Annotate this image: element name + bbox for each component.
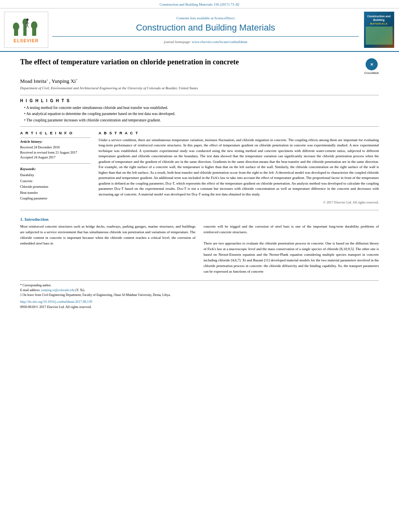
journal-citation: Construction and Building Materials 156 … xyxy=(0,0,399,8)
crossmark-icon[interactable]: ✕ xyxy=(366,58,378,70)
copyright: © 2017 Elsevier Ltd. All rights reserved… xyxy=(99,200,379,204)
svg-point-6 xyxy=(26,18,29,21)
article-title: The effect of temperature variation on c… xyxy=(20,58,360,67)
header-center: Contents lists available at ScienceDirec… xyxy=(48,12,363,48)
authors-line: Moad Isteita1 , Yunping Xi* xyxy=(20,78,379,84)
keyword-1: Durability xyxy=(20,172,90,178)
intro-body-columns: Most reinforced concrete structures such… xyxy=(20,224,379,274)
accepted-date: Accepted 24 August 2017 xyxy=(20,155,90,160)
page-container: Construction and Building Materials 156 … xyxy=(0,0,399,315)
keyword-3: Chloride penetration xyxy=(20,184,90,189)
abstract-title: A B S T R A C T xyxy=(99,131,379,135)
citation-text: Construction and Building Materials 156 … xyxy=(160,2,239,6)
svg-rect-2 xyxy=(23,25,27,36)
footnotes: * Corresponding author. E-mail address: … xyxy=(20,280,379,310)
section-number: 1. xyxy=(20,217,23,222)
doi-link[interactable]: http://dx.doi.org/10.1016/j.conbuildmat.… xyxy=(20,299,379,304)
info-abstract-columns: A R T I C L E I N F O Article history: R… xyxy=(20,131,379,205)
keyword-4: Heat transfer xyxy=(20,190,90,195)
intro-col-2: concrete will be trigged and the corrosi… xyxy=(204,224,379,274)
issn-line: 0950-0618/© 2017 Elsevier Ltd. All right… xyxy=(20,304,379,310)
author2-name: , Yunping Xi xyxy=(49,78,76,84)
email-label: E-mail address: xyxy=(20,288,40,292)
abstract-text: Under a service condition, there are sim… xyxy=(99,138,379,197)
corresponding-author: * Corresponding author. xyxy=(20,283,379,288)
email-line: E-mail address: yunping.xi@colorado.edu … xyxy=(20,288,379,293)
highlight-item: An analytical equation to determine the … xyxy=(24,111,379,117)
divider-1 xyxy=(20,95,379,95)
highlight-item: A testing method for concrete under simu… xyxy=(24,105,379,111)
received-date: Received 24 December 2016 xyxy=(20,145,90,150)
svg-point-5 xyxy=(31,21,37,29)
info-divider xyxy=(20,138,90,138)
introduction-section: 1. Introduction Most reinforced concrete… xyxy=(20,217,379,274)
affiliation: Department of Civil, Environmental and A… xyxy=(20,86,379,90)
svg-line-11 xyxy=(27,25,29,28)
journal-cover: Construction and Building MATERIALS xyxy=(363,12,395,48)
cover-title: Construction and Building xyxy=(366,15,393,22)
section-title: Introduction xyxy=(25,217,49,222)
email-suffix: (Y. Xi). xyxy=(75,288,85,292)
contents-label: Contents lists available at xyxy=(177,16,214,20)
elsevier-tree-icon xyxy=(12,16,40,37)
intro-text-col2: concrete will be trigged and the corrosi… xyxy=(204,224,379,274)
homepage-url[interactable]: www.elsevier.com/locate/conbuildmat xyxy=(192,40,247,44)
science-direct-line: Contents lists available at ScienceDirec… xyxy=(177,16,235,20)
author1-name: Moad Isteita xyxy=(20,78,46,84)
article-history-title: Article history: xyxy=(20,140,90,144)
footnote1-text: 1 On leave from Civil Engineering Depart… xyxy=(20,293,379,298)
journal-title: Construction and Building Materials xyxy=(136,23,275,33)
elsevier-brand: ELSEVIER xyxy=(14,38,39,43)
keywords-title: Keywords: xyxy=(20,167,90,171)
cover-subtitle: MATERIALS xyxy=(370,23,388,25)
intro-text-col1: Most reinforced concrete structures such… xyxy=(20,224,195,246)
divider-3 xyxy=(20,210,379,210)
article-info-column: A R T I C L E I N F O Article history: R… xyxy=(20,131,90,205)
svg-point-1 xyxy=(13,23,19,31)
email-link[interactable]: yunping.xi@colorado.edu xyxy=(41,288,74,292)
author1-superscript: 1 xyxy=(46,78,48,82)
cover-image xyxy=(366,27,393,45)
science-direct-link-text[interactable]: ScienceDirect xyxy=(214,16,234,20)
article-title-row: The effect of temperature variation on c… xyxy=(20,58,379,75)
divider-2 xyxy=(20,126,379,127)
article-info-title: A R T I C L E I N F O xyxy=(20,131,90,135)
abstract-column: A B S T R A C T Under a service conditio… xyxy=(99,131,379,205)
cover-box: Construction and Building MATERIALS xyxy=(364,12,394,48)
highlights-title: H I G H L I G H T S xyxy=(20,99,379,103)
keyword-5: Coupling parameter xyxy=(20,195,90,201)
revised-date: Received in revised form 21 August 2017 xyxy=(20,150,90,155)
elsevier-logo: ELSEVIER xyxy=(4,12,48,48)
homepage-label: journal homepage: xyxy=(164,40,191,44)
keyword-2: Concrete xyxy=(20,178,90,184)
crossmark-label: CrossMark xyxy=(364,71,379,75)
header-divider xyxy=(52,36,359,37)
main-content: The effect of temperature variation on c… xyxy=(0,52,399,315)
crossmark-badge[interactable]: ✕ CrossMark xyxy=(364,58,379,75)
corresponding-label: * Corresponding author. xyxy=(20,283,51,287)
intro-col-1: Most reinforced concrete structures such… xyxy=(20,224,195,274)
highlight-item: The coupling parameter increases with ch… xyxy=(24,118,379,123)
keywords-divider xyxy=(20,163,90,164)
highlights-section: H I G H L I G H T S A testing method for… xyxy=(20,99,379,123)
author2-marker: * xyxy=(76,78,77,82)
journal-homepage: journal homepage: www.elsevier.com/locat… xyxy=(164,40,247,44)
highlights-list: A testing method for concrete under simu… xyxy=(20,105,379,123)
section-heading: 1. Introduction xyxy=(20,217,379,222)
journal-header: ELSEVIER Contents lists available at Sci… xyxy=(0,8,399,52)
